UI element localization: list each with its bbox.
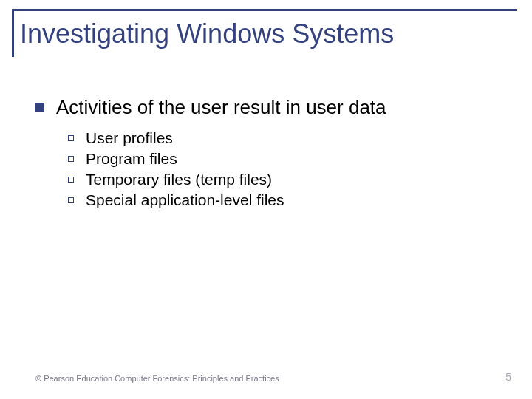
slide: Investigating Windows Systems Activities… bbox=[0, 0, 532, 399]
title-rule: Investigating Windows Systems bbox=[12, 9, 517, 57]
square-outline-bullet-icon bbox=[68, 177, 74, 183]
list-item: Special application-level files bbox=[68, 191, 502, 209]
list-item-text: Activities of the user result in user da… bbox=[56, 96, 386, 119]
list-item-text: Temporary files (temp files) bbox=[86, 171, 272, 188]
square-bullet-icon bbox=[35, 103, 44, 112]
page-number: 5 bbox=[505, 371, 511, 383]
square-outline-bullet-icon bbox=[68, 197, 74, 203]
list-item: User profiles bbox=[68, 129, 502, 147]
slide-title: Investigating Windows Systems bbox=[20, 18, 517, 50]
square-outline-bullet-icon bbox=[68, 156, 74, 162]
square-outline-bullet-icon bbox=[68, 135, 74, 141]
slide-body: Activities of the user result in user da… bbox=[35, 96, 502, 212]
list-item-text: Program files bbox=[86, 150, 177, 168]
sub-list: User profiles Program files Temporary fi… bbox=[68, 129, 502, 209]
footer-copyright: © Pearson Education Computer Forensics: … bbox=[35, 374, 279, 383]
list-item-text: Special application-level files bbox=[86, 191, 284, 209]
list-item: Temporary files (temp files) bbox=[68, 171, 502, 188]
list-item-text: User profiles bbox=[86, 129, 173, 147]
list-item: Program files bbox=[68, 150, 502, 168]
list-item: Activities of the user result in user da… bbox=[35, 96, 502, 119]
title-container: Investigating Windows Systems bbox=[12, 11, 517, 57]
